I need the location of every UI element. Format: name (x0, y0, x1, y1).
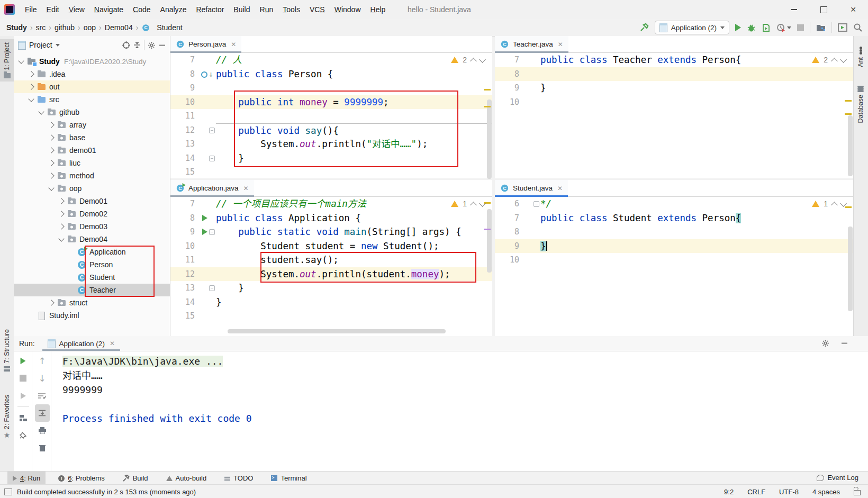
scrollbar-thumb[interactable] (848, 115, 853, 176)
tree-item-base[interactable]: base (14, 131, 170, 144)
tree-item-student[interactable]: Student (14, 271, 170, 284)
gear-icon[interactable] (821, 339, 829, 347)
run-console-output[interactable]: F:\Java\JDK\bin\java.exe ...对话中……9999999… (62, 354, 252, 425)
close-icon[interactable]: ✕ (110, 340, 115, 347)
hide-panel-icon[interactable] (841, 340, 848, 347)
tree-item-teacher[interactable]: Teacher (14, 284, 170, 296)
prev-problem-button[interactable] (470, 58, 477, 65)
close-icon[interactable]: ✕ (557, 185, 563, 192)
print-button[interactable] (35, 422, 50, 439)
scrollbar-thumb[interactable] (848, 227, 853, 311)
minimize-button[interactable] (779, 0, 809, 19)
toolwindow-button-auto-build[interactable]: Auto-build (161, 472, 212, 485)
code-editor[interactable]: 7// 人8↓public class Person {910 public i… (170, 53, 492, 178)
tab-student[interactable]: Student.java✕ (495, 180, 568, 196)
tree-item-github[interactable]: github (14, 106, 170, 119)
fold-marker-icon[interactable] (209, 156, 215, 161)
tree-item-demo04[interactable]: Demo04 (14, 233, 170, 246)
toolwindow-button-todo[interactable]: TODO (219, 472, 258, 485)
locate-file-icon[interactable] (122, 41, 130, 49)
unlock-icon[interactable] (854, 490, 861, 495)
chevron-expanded-icon[interactable] (38, 108, 44, 114)
caret-position-widget[interactable]: 9:2 (724, 488, 734, 496)
chevron-expanded-icon[interactable] (48, 185, 54, 191)
rerun-failed-button[interactable] (16, 387, 31, 404)
next-problem-button[interactable] (840, 200, 847, 207)
tree-item-method[interactable]: method (14, 169, 170, 182)
menu-run[interactable]: Run (255, 0, 278, 19)
menu-refactor[interactable]: Refactor (191, 0, 229, 19)
soft-wrap-button[interactable] (35, 387, 50, 404)
run-gutter-icon[interactable] (202, 229, 207, 235)
tab-application[interactable]: Application.java✕ (170, 180, 254, 196)
next-problem-button[interactable] (479, 200, 486, 207)
tree-item-person[interactable]: Person (14, 258, 170, 271)
chevron-collapsed-icon[interactable] (48, 173, 54, 178)
chevron-collapsed-icon[interactable] (58, 198, 64, 204)
chevron-expanded-icon[interactable] (58, 236, 64, 241)
chevron-collapsed-icon[interactable] (48, 147, 54, 153)
maximize-button[interactable] (809, 0, 838, 19)
tree-item-struct[interactable]: struct (14, 296, 170, 309)
menu-file[interactable]: File (20, 0, 42, 19)
scroll-to-end-button[interactable] (35, 404, 50, 422)
fold-marker-icon[interactable] (534, 201, 539, 207)
stop-button[interactable] (797, 24, 804, 31)
scrollbar-thumb[interactable] (487, 209, 492, 273)
overridden-method-icon[interactable] (201, 71, 207, 78)
menu-build[interactable]: Build (229, 0, 255, 19)
chevron-collapsed-icon[interactable] (48, 122, 54, 128)
sidebar-item-ant[interactable]: Ant (854, 43, 867, 70)
chevron-collapsed-icon[interactable] (58, 211, 64, 216)
close-icon[interactable]: ✕ (558, 41, 563, 48)
toolwindow-button-4-run[interactable]: 4: Run (7, 472, 46, 485)
close-button[interactable]: ✕ (838, 0, 868, 19)
scrollbar-thumb[interactable] (487, 99, 492, 179)
run-gutter-icon[interactable] (202, 215, 207, 221)
indent-widget[interactable]: 4 spaces (812, 488, 840, 496)
chevron-expanded-icon[interactable] (18, 58, 24, 64)
sidebar-item-favorites[interactable]: 2: Favorites ★ (0, 392, 14, 441)
run-anything-icon[interactable] (838, 23, 847, 32)
prev-occurrence-button[interactable]: ↑ (35, 352, 50, 369)
close-icon[interactable]: ✕ (243, 185, 249, 192)
sidebar-item-database[interactable]: Database (854, 83, 867, 126)
breadcrumb-item-src[interactable]: src (36, 23, 46, 32)
chevron-expanded-icon[interactable] (28, 96, 34, 102)
tree-item-study.iml[interactable]: Study.iml (14, 309, 170, 322)
tree-item-demo01[interactable]: Demo01 (14, 195, 170, 207)
prev-problem-button[interactable] (831, 202, 838, 209)
menu-tools[interactable]: Tools (278, 0, 305, 19)
breadcrumb-item-oop[interactable]: oop (84, 23, 96, 32)
chevron-collapsed-icon[interactable] (28, 84, 34, 89)
fold-marker-icon[interactable] (209, 285, 215, 291)
toolwindow-button-terminal[interactable]: Terminal (266, 472, 312, 485)
rerun-button[interactable] (16, 352, 31, 369)
next-problem-button[interactable] (479, 56, 486, 63)
menu-vcs[interactable]: VCS (305, 0, 330, 19)
tree-item-demo02[interactable]: Demo02 (14, 207, 170, 220)
status-message[interactable]: Build completed successfully in 2 s 153 … (17, 488, 196, 496)
profiler-button[interactable] (776, 23, 791, 32)
code-editor[interactable]: 7public class Teacher extends Person{89}… (495, 53, 853, 178)
chevron-collapsed-icon[interactable] (48, 134, 54, 140)
menu-view[interactable]: View (64, 0, 89, 19)
next-problem-button[interactable] (840, 56, 847, 63)
breadcrumb-item-student[interactable]: Student (157, 23, 182, 32)
chevron-collapsed-icon[interactable] (58, 223, 64, 229)
menu-navigate[interactable]: Navigate (89, 0, 128, 19)
toolwindow-button-build[interactable]: Build (117, 472, 153, 485)
fold-marker-icon[interactable] (209, 128, 215, 133)
debug-button[interactable] (747, 23, 756, 32)
event-log-button[interactable]: Event Log (817, 471, 858, 484)
toolwindow-button-6-problems[interactable]: !6: Problems (53, 472, 110, 485)
tree-item-liuc[interactable]: liuc (14, 157, 170, 169)
menu-code[interactable]: Code (128, 0, 155, 19)
restore-layout-button[interactable] (16, 409, 31, 427)
run-config-select[interactable]: Application (2) (655, 21, 729, 34)
tree-item-out[interactable]: out (14, 80, 170, 93)
tab-person[interactable]: Person.java✕ (170, 36, 241, 52)
run-button[interactable] (735, 24, 741, 31)
tree-item-.idea[interactable]: .idea (14, 68, 170, 80)
menu-window[interactable]: Window (330, 0, 366, 19)
